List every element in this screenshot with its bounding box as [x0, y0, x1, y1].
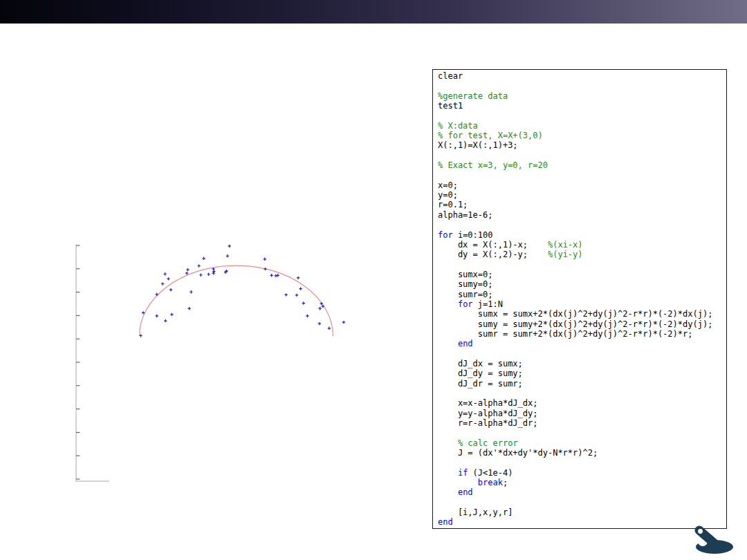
header-gradient-bar — [0, 0, 747, 24]
scatter-point — [156, 293, 158, 296]
scatter-point — [202, 257, 205, 260]
scatter-point — [228, 245, 231, 248]
code-line: x=0; — [438, 180, 726, 190]
fitted-circle-curve — [140, 265, 333, 336]
code-line: X(:,1)=X(:,1)+3; — [438, 140, 726, 150]
scatter-point — [169, 288, 172, 291]
scatter-point — [322, 305, 324, 308]
code-line: y=y-alpha*dJ_dy; — [438, 409, 726, 418]
code-line: dJ_dy = sumy; — [438, 368, 726, 378]
code-line: end — [438, 517, 726, 527]
scatter-point — [284, 293, 287, 296]
scatter-point — [306, 315, 308, 317]
scatter-point — [318, 307, 321, 310]
pushpin-icon-svg — [690, 524, 739, 556]
code-line — [438, 151, 726, 160]
scatter-point — [277, 274, 279, 277]
scatter-point — [164, 319, 167, 322]
code-line: clear — [438, 71, 726, 81]
code-line: sumr = sumr+2*(dx(j)^2+dy(j)^2-r*r)*(-2)… — [438, 329, 726, 339]
scatter-point — [190, 290, 192, 293]
code-line: dx = X(:,1)-x; %(xi-x) — [438, 240, 726, 250]
code-line: sumy=0; — [438, 279, 726, 289]
code-line: for j=1:N — [438, 299, 726, 309]
code-line: r=r-alpha*dJ_dr; — [438, 418, 726, 428]
code-line: J = (dx'*dx+dy'*dy-N*r*r)^2; — [438, 448, 726, 458]
code-line: dJ_dr = sumr; — [438, 379, 726, 389]
code-line — [438, 81, 726, 91]
scatter-point — [226, 254, 229, 257]
pushpin-hole — [698, 529, 703, 534]
scatter-point — [185, 272, 188, 274]
scatter-point — [161, 282, 164, 285]
code-line: end — [438, 339, 726, 348]
code-line: dy = X(:,2)-y; %(yi-y) — [438, 250, 726, 259]
code-line: %generate data — [438, 91, 726, 101]
scatter-point — [199, 274, 202, 277]
scatter-point — [295, 294, 298, 297]
code-line: sumr=0; — [438, 290, 726, 299]
code-line: break; — [438, 478, 726, 487]
code-line — [438, 389, 726, 398]
scatter-point — [318, 322, 321, 325]
code-line — [438, 428, 726, 438]
scatter-point — [299, 287, 302, 290]
scatter-plot-figure — [69, 235, 367, 494]
code-line — [438, 111, 726, 120]
matlab-code-panel: clear %generate datatest1 % X:data% for … — [432, 69, 727, 529]
code-line: % for test, X=X+(3,0) — [438, 131, 726, 140]
code-line: test1 — [438, 101, 726, 111]
code-line — [438, 220, 726, 230]
scatter-point — [302, 301, 305, 304]
code-line: if (J<1e-4) — [438, 468, 726, 478]
code-line: y=0; — [438, 190, 726, 200]
scatter-plot-svg — [69, 235, 367, 494]
code-line — [438, 170, 726, 180]
scatter-point — [328, 327, 331, 330]
scatter-point — [270, 274, 273, 277]
code-line: sumx = sumx+2*(dx(j)^2+dy(j)^2-r*r)*(-2)… — [438, 309, 726, 319]
code-line: % calc error — [438, 438, 726, 448]
scatter-point — [212, 270, 215, 272]
code-line: end — [438, 487, 726, 497]
scatter-point — [167, 277, 169, 280]
scatter-point — [342, 321, 345, 324]
scatter-point — [170, 313, 173, 316]
scatter-point — [186, 268, 189, 271]
scatter-point — [297, 277, 299, 279]
scatter-point — [163, 272, 166, 275]
code-line: % X:data — [438, 121, 726, 131]
code-line: sumx=0; — [438, 270, 726, 279]
scatter-point — [197, 264, 200, 267]
code-line: alpha=1e-6; — [438, 210, 726, 220]
code-line: for i=0:100 — [438, 230, 726, 240]
code-line — [438, 458, 726, 467]
pushpin-icon — [690, 524, 739, 556]
code-line: sumy = sumy+2*(dx(j)^2+dy(j)^2-r*r)*(-2)… — [438, 319, 726, 329]
code-line: dJ_dx = sumx; — [438, 359, 726, 368]
scatter-point — [264, 258, 266, 261]
scatter-point — [187, 307, 190, 310]
code-line: [i,J,x,y,r] — [438, 507, 726, 517]
code-line — [438, 349, 726, 359]
scatter-point — [207, 273, 210, 276]
scatter-point — [212, 272, 214, 274]
scatter-point — [156, 315, 158, 317]
code-line — [438, 498, 726, 507]
code-line — [438, 260, 726, 270]
scatter-point — [264, 268, 266, 270]
code-line: % Exact x=3, y=0, r=20 — [438, 160, 726, 170]
code-line: x=x-alpha*dJ_dx; — [438, 398, 726, 408]
code-line: r=0.1; — [438, 200, 726, 209]
